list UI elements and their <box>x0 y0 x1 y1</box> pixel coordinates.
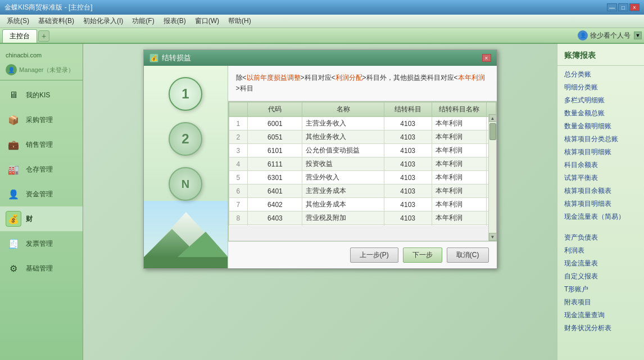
cell-target-name: 本年利润 <box>432 130 486 144</box>
user-dropdown-button[interactable]: ▼ <box>634 32 642 39</box>
cell-target-name: 本年利润 <box>432 158 486 171</box>
sidebar-item-finance[interactable]: 👤 资金管理 <box>0 182 83 206</box>
finance-icon: 👤 <box>6 186 21 202</box>
table-row: 7 6402 其他业务成本 4103 本年利润 <box>229 198 496 212</box>
svg-rect-4 <box>144 257 228 268</box>
link-project-balance[interactable]: 核算项目余额表 <box>557 184 644 197</box>
cell-name: 营业税及附加 <box>302 212 384 225</box>
menu-help[interactable]: 帮助(H) <box>224 15 256 27</box>
purchase-icon: 📦 <box>6 112 21 128</box>
right-panel-section-2: 资产负债表 利润表 现金流量表 自定义报表 T形账户 附表项目 现金流量查询 财… <box>557 229 644 337</box>
link-cashflow-simple[interactable]: 现金流量表（简易） <box>557 210 644 223</box>
menu-report[interactable]: 报表(B) <box>159 15 191 27</box>
cell-code: 6601 <box>248 225 302 226</box>
cell-name: 主营业务收入 <box>302 117 384 130</box>
table-row: 1 6001 主营业务收入 4103 本年利润 <box>229 117 496 130</box>
minimize-button[interactable]: — <box>607 3 617 11</box>
table-header-row: 代码 名称 结转科目 结转科目名称 <box>229 102 496 117</box>
menu-function[interactable]: 功能(F) <box>128 15 158 27</box>
dialog-sidebar: 1 2 N <box>144 66 228 268</box>
sidebar-item-warehouse-label: 仓存管理 <box>26 165 53 174</box>
cell-code: 6101 <box>248 144 302 158</box>
link-project-detail-table[interactable]: 核算项目明细表 <box>557 197 644 210</box>
link-qty-amount-detail[interactable]: 数量金额明细账 <box>557 120 644 133</box>
link-balance[interactable]: 科目余额表 <box>557 159 644 172</box>
desc-highlight-3: 本年利润 <box>458 74 485 82</box>
link-qty-amount-total[interactable]: 数量金额总账 <box>557 107 644 120</box>
link-cashflow-query[interactable]: 现金流量查询 <box>557 309 644 322</box>
link-detail-ledger[interactable]: 明细分类账 <box>557 81 644 94</box>
link-general-ledger[interactable]: 总分类账 <box>557 68 644 81</box>
menu-system[interactable]: 系统(S) <box>2 15 34 27</box>
sidebar-item-invoice[interactable]: 🧾 发票管理 <box>0 231 83 256</box>
sidebar-item-basic[interactable]: ⚙ 基础管理 <box>0 256 83 281</box>
cell-target-name: 本年利润 <box>432 212 486 225</box>
tab-add-button[interactable]: + <box>38 30 49 42</box>
table-scrollbar[interactable]: ▲ ▼ <box>488 114 496 241</box>
cell-name: 主营业务成本 <box>302 184 384 198</box>
sidebar-item-warehouse[interactable]: 🏭 仓存管理 <box>0 157 83 182</box>
link-cashflow[interactable]: 现金流量表 <box>557 257 644 270</box>
cell-target: 4103 <box>384 144 432 158</box>
sales-icon: 💼 <box>6 137 21 152</box>
table-scroll-area[interactable]: 代码 名称 结转科目 结转科目名称 1 6001 主营业务收入 <box>229 102 496 226</box>
menu-basic-data[interactable]: 基础资料(B) <box>34 15 79 27</box>
mykis-icon: 🖥 <box>6 87 21 103</box>
col-name: 名称 <box>302 102 384 117</box>
main-content: chinacbi.com 👤 Manager（未登录） 🖥 我的KIS 📦 采购… <box>0 44 644 360</box>
close-button[interactable]: × <box>629 3 640 11</box>
sidebar-item-mykis-label: 我的KIS <box>26 91 50 100</box>
col-num <box>229 102 248 117</box>
prev-button[interactable]: 上一步(P) <box>350 248 398 263</box>
link-custom-report[interactable]: 自定义报表 <box>557 270 644 283</box>
dialog-footer: 上一步(P) 下一步 取消(C) <box>228 241 497 268</box>
table-row: 5 6301 营业外收入 4103 本年利润 <box>229 171 496 184</box>
profit-transfer-table: 代码 名称 结转科目 结转科目名称 1 6001 主营业务收入 <box>229 102 496 226</box>
dialog-title-text: 结转损益 <box>162 53 191 63</box>
link-trial-balance[interactable]: 试算平衡表 <box>557 172 644 184</box>
cell-num: 6 <box>229 184 248 198</box>
menu-init[interactable]: 初始化录入(I) <box>79 15 128 27</box>
link-project-detail[interactable]: 核算项目明细账 <box>557 146 644 159</box>
table-row: 8 6403 营业税及附加 4103 本年利润 <box>229 212 496 225</box>
sidebar-user-label: Manager（未登录） <box>19 66 74 74</box>
sidebar-item-invoice-label: 发票管理 <box>26 239 53 249</box>
sidebar-item-accounting[interactable]: 💰 财 <box>0 206 83 231</box>
sidebar-user: 👤 Manager（未登录） <box>0 62 83 78</box>
cell-num: 2 <box>229 130 248 144</box>
table-row: 3 6101 公允价值变动损益 4103 本年利润 <box>229 144 496 158</box>
cancel-button[interactable]: 取消(C) <box>447 248 489 263</box>
scroll-thumb[interactable] <box>489 123 496 140</box>
scroll-up-button[interactable]: ▲ <box>489 114 497 122</box>
link-project-category[interactable]: 核算项目分类总账 <box>557 133 644 146</box>
cell-num: 5 <box>229 171 248 184</box>
cell-code: 6402 <box>248 198 302 212</box>
next-button[interactable]: 下一步 <box>403 248 442 263</box>
sidebar-item-purchase-label: 采购管理 <box>26 115 53 125</box>
cell-num: 1 <box>229 117 248 130</box>
dialog-transfer-profit: 💰 结转损益 × <box>143 50 497 269</box>
maximize-button[interactable]: □ <box>618 3 628 11</box>
cell-name: 销售费用 <box>302 225 384 226</box>
scroll-down-button[interactable]: ▼ <box>489 233 497 241</box>
dialog-close-button[interactable]: × <box>482 54 491 62</box>
link-appendix[interactable]: 附表项目 <box>557 296 644 309</box>
sidebar-item-mykis[interactable]: 🖥 我的KIS <box>0 83 83 107</box>
link-t-account[interactable]: T形账户 <box>557 283 644 296</box>
sidebar-item-sales[interactable]: 💼 销售管理 <box>0 132 83 157</box>
link-balance-sheet[interactable]: 资产负债表 <box>557 231 644 244</box>
sidebar-item-basic-label: 基础管理 <box>26 264 53 273</box>
menu-window[interactable]: 窗口(W) <box>191 15 224 27</box>
user-label: 徐少看个人号 <box>590 31 631 40</box>
sidebar-item-purchase[interactable]: 📦 采购管理 <box>0 107 83 132</box>
link-multicolumn[interactable]: 多栏式明细账 <box>557 94 644 107</box>
sidebar-divider <box>0 80 83 80</box>
cell-target-name: 本年利润 <box>432 144 486 158</box>
cell-target-name: 本年利润 <box>432 184 486 198</box>
link-income-statement[interactable]: 利润表 <box>557 244 644 257</box>
cell-code: 6403 <box>248 212 302 225</box>
user-info: 👤 徐少看个人号 <box>578 30 631 40</box>
scroll-track <box>489 122 496 233</box>
tab-main-console[interactable]: 主控台 <box>2 29 37 43</box>
link-financial-analysis[interactable]: 财务状况分析表 <box>557 322 644 335</box>
